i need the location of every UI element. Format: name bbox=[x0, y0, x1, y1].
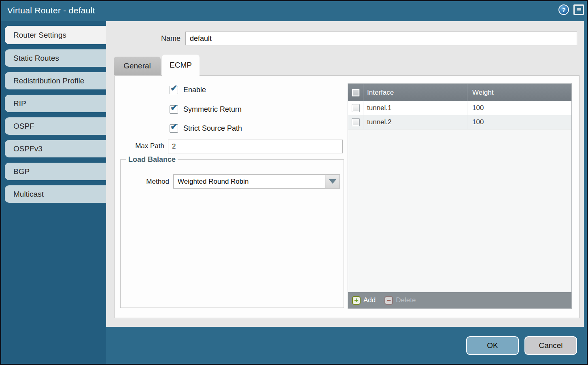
select-all-checkbox[interactable] bbox=[352, 89, 360, 97]
sidebar-item-ospfv3[interactable]: OSPFv3 bbox=[5, 140, 106, 157]
symmetric-return-label: Symmetric Return bbox=[183, 105, 242, 114]
symmetric-return-checkbox[interactable]: ✔ bbox=[170, 105, 178, 114]
ok-button[interactable]: OK bbox=[466, 336, 519, 355]
ecmp-tab-panel: ✔ Enable ✔ Symmetric Return ✔ Strict Sou… bbox=[115, 75, 580, 318]
enable-row: ✔ Enable bbox=[170, 85, 206, 95]
add-button[interactable]: Add bbox=[363, 296, 376, 304]
delete-button[interactable]: Delete bbox=[396, 296, 416, 304]
symmetric-return-row: ✔ Symmetric Return bbox=[170, 104, 242, 115]
virtual-router-dialog: Virtual Router - default ? Router Settin… bbox=[0, 0, 588, 365]
window-restore-icon[interactable] bbox=[573, 4, 584, 15]
max-path-label: Max Path bbox=[115, 142, 164, 150]
interface-table: Interface Weight tunnel.1 100 tunnel.2 1… bbox=[348, 83, 572, 309]
name-label: Name bbox=[106, 34, 185, 43]
check-icon: ✔ bbox=[170, 122, 178, 131]
add-icon[interactable]: + bbox=[352, 296, 361, 305]
interface-cell: tunnel.1 bbox=[363, 101, 467, 115]
sidebar-item-ospf[interactable]: OSPF bbox=[5, 117, 106, 135]
sidebar-item-bgp[interactable]: BGP bbox=[5, 163, 106, 180]
enable-checkbox[interactable]: ✔ bbox=[170, 86, 178, 94]
sidebar-item-static-routes[interactable]: Static Routes bbox=[5, 49, 106, 67]
weight-column-header: Weight bbox=[467, 84, 571, 101]
tab-general[interactable]: General bbox=[114, 57, 161, 75]
help-icon[interactable]: ? bbox=[558, 4, 569, 15]
sidebar: Router Settings Static Routes Redistribu… bbox=[1, 21, 106, 364]
delete-icon[interactable]: − bbox=[384, 296, 393, 305]
table-footer: + Add − Delete bbox=[348, 292, 571, 308]
tab-ecmp[interactable]: ECMP bbox=[162, 55, 200, 76]
interface-column-header: Interface bbox=[363, 84, 467, 101]
strict-source-path-row: ✔ Strict Source Path bbox=[170, 123, 242, 134]
load-balance-fieldset: Load Balance Method Weighted Round Robin bbox=[120, 159, 344, 308]
method-label: Method bbox=[121, 178, 169, 186]
dialog-title: Virtual Router - default bbox=[7, 6, 95, 15]
table-row[interactable]: tunnel.1 100 bbox=[348, 101, 571, 115]
method-dropdown[interactable]: Weighted Round Robin bbox=[173, 174, 340, 189]
weight-cell: 100 bbox=[467, 101, 571, 115]
weight-cell: 100 bbox=[467, 115, 571, 129]
name-input[interactable] bbox=[185, 32, 577, 45]
strict-source-path-label: Strict Source Path bbox=[183, 124, 242, 133]
enable-label: Enable bbox=[183, 86, 206, 94]
strict-source-path-checkbox[interactable]: ✔ bbox=[170, 124, 178, 133]
sidebar-item-router-settings[interactable]: Router Settings bbox=[5, 26, 106, 44]
sidebar-item-rip[interactable]: RIP bbox=[5, 95, 106, 112]
row-checkbox[interactable] bbox=[352, 118, 360, 126]
table-header: Interface Weight bbox=[348, 84, 571, 101]
max-path-input[interactable] bbox=[168, 140, 343, 153]
table-row[interactable]: tunnel.2 100 bbox=[348, 115, 571, 129]
row-checkbox[interactable] bbox=[352, 104, 360, 112]
load-balance-legend: Load Balance bbox=[126, 155, 178, 164]
interface-cell: tunnel.2 bbox=[363, 115, 467, 129]
sidebar-item-multicast[interactable]: Multicast bbox=[5, 185, 106, 203]
table-empty-area bbox=[348, 129, 571, 292]
title-bar: Virtual Router - default ? bbox=[1, 1, 587, 21]
method-value: Weighted Round Robin bbox=[178, 175, 248, 188]
cancel-button[interactable]: Cancel bbox=[524, 336, 577, 355]
check-icon: ✔ bbox=[170, 84, 178, 92]
chevron-down-icon bbox=[329, 179, 336, 184]
check-icon: ✔ bbox=[170, 103, 178, 112]
dropdown-arrow-button[interactable] bbox=[325, 175, 340, 188]
name-row: Name bbox=[106, 32, 577, 45]
sidebar-item-redistribution-profile[interactable]: Redistribution Profile bbox=[5, 72, 106, 89]
content-area: Name General ECMP ✔ Enable ✔ Symmetric R… bbox=[106, 21, 584, 327]
